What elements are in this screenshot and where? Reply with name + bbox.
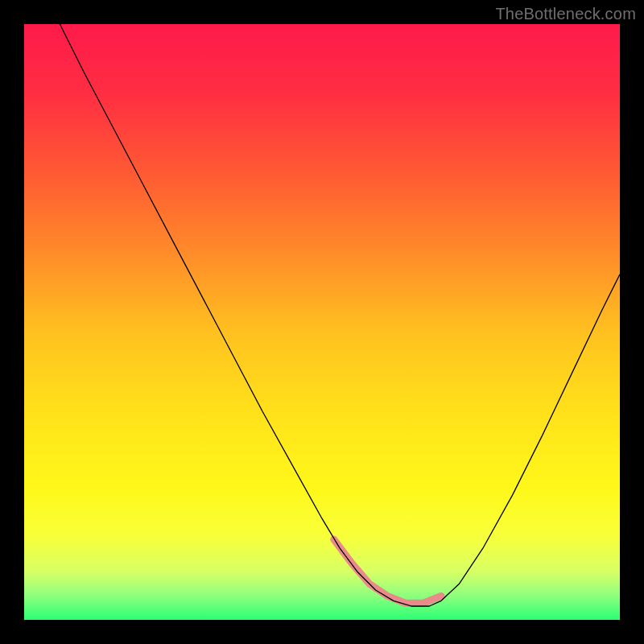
watermark-text: TheBottleneck.com: [495, 5, 636, 23]
chart-svg: [24, 24, 620, 620]
chart-frame: TheBottleneck.com: [0, 0, 644, 644]
plot-area: [24, 24, 620, 620]
gradient-background: [24, 24, 620, 620]
